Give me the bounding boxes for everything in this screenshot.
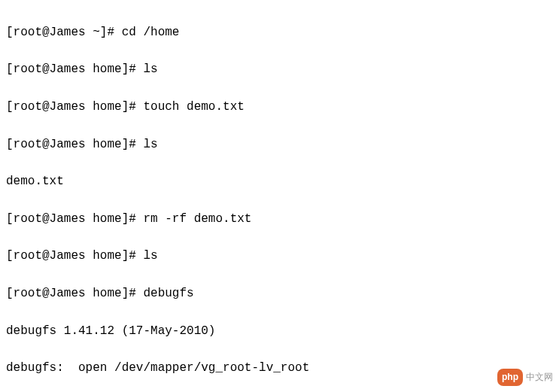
terminal-line: [root@James home]# ls	[6, 135, 550, 154]
terminal-line: [root@James home]# debugfs	[6, 284, 550, 303]
prompt: [root@James home]#	[6, 212, 143, 226]
command: cd /home	[122, 26, 180, 39]
watermark-pill: php	[497, 369, 523, 386]
watermark: php 中文网	[497, 369, 553, 386]
terminal-line: demo.txt	[6, 172, 550, 191]
output-text: debugfs 1.41.12 (17-May-2010)	[6, 324, 215, 338]
prompt: [root@James home]#	[6, 138, 143, 151]
command: debugfs	[143, 287, 193, 300]
command: ls	[143, 62, 157, 76]
terminal-line: debugfs 1.41.12 (17-May-2010)	[6, 322, 550, 341]
output-text: debugfs: open /dev/mapper/vg_root-lv_roo…	[6, 361, 309, 375]
watermark-text: 中文网	[526, 370, 553, 384]
command: ls	[143, 249, 157, 263]
command: rm -rf demo.txt	[143, 212, 251, 226]
command: ls	[143, 138, 157, 151]
output-text: demo.txt	[6, 175, 64, 188]
prompt: [root@James home]#	[6, 100, 143, 114]
prompt: [root@James ~]#	[6, 26, 122, 39]
prompt: [root@James home]#	[6, 249, 143, 263]
terminal-output[interactable]: [root@James ~]# cd /home [root@James hom…	[6, 5, 550, 392]
terminal-line: [root@James home]# ls	[6, 247, 550, 266]
command: touch demo.txt	[143, 100, 244, 114]
terminal-line: [root@James home]# rm -rf demo.txt	[6, 210, 550, 229]
terminal-line: [root@James home]# touch demo.txt	[6, 98, 550, 117]
prompt: [root@James home]#	[6, 62, 143, 76]
prompt: [root@James home]#	[6, 287, 143, 300]
terminal-line: debugfs: open /dev/mapper/vg_root-lv_roo…	[6, 359, 550, 378]
terminal-line: [root@James ~]# cd /home	[6, 23, 550, 42]
terminal-line: [root@James home]# ls	[6, 60, 550, 79]
